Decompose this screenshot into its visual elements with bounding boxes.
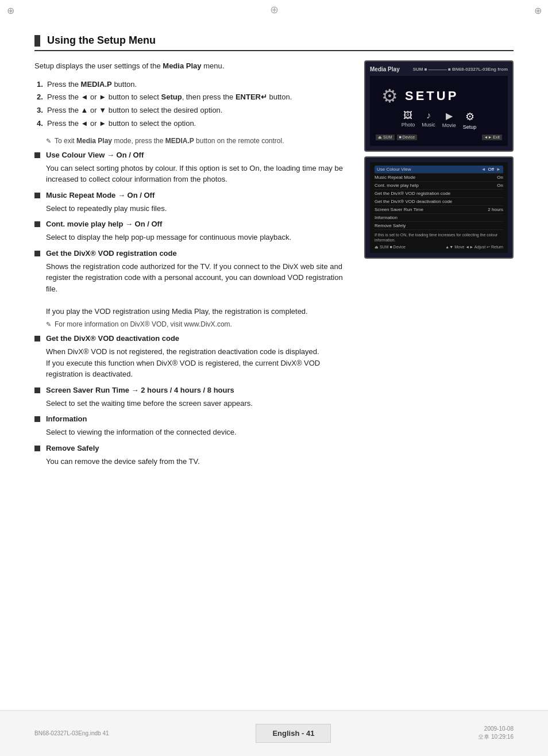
- tv-screen-1: Media Play SUM ■ ―――― ■ BN68-02327L-03En…: [364, 60, 514, 152]
- footer-date: 2009-10-08: [484, 726, 514, 732]
- settings-note: If this is set to ON, the loading time i…: [375, 232, 503, 243]
- screen1-sum-label: ⏏ SUM: [376, 135, 395, 140]
- page-content: Using the Setup Menu Setup displays the …: [0, 0, 548, 528]
- note-icon: ✎: [46, 137, 51, 145]
- information-label: Information: [375, 215, 398, 220]
- settings-nav-bar: ⏏ SUM ■ Device ▲▼ Move ◄► Adjust ↩ Retur…: [375, 245, 503, 250]
- setup-icon-setup: ⚙ Setup: [463, 110, 477, 130]
- two-col-layout: Setup displays the user settings of the …: [34, 60, 514, 470]
- colour-view-value: Off: [488, 167, 495, 172]
- screen-saver-label: Screen Saver Run Time: [375, 207, 423, 212]
- setup-icon-music: ♪ Music: [422, 110, 435, 130]
- bullet-screen-saver-title: Screen Saver Run Time → 2 hours / 4 hour…: [46, 386, 234, 394]
- remove-safely-label: Remove Safely: [375, 223, 406, 228]
- bullet-screen-saver-body: Select to set the waiting time before th…: [46, 398, 353, 409]
- bullet-divx-deact-body: When DivX® VOD is not registered, the re…: [46, 346, 353, 380]
- bullet-screen-saver: Screen Saver Run Time → 2 hours / 4 hour…: [34, 386, 353, 394]
- setup-icons-row: 🖼 Photo ♪ Music ▶ Movie ⚙: [376, 110, 502, 130]
- bullet-information-body: Select to viewing the information of the…: [46, 427, 353, 438]
- page-footer: BN68-02327L-03Eng.indb 41 English - 41 2…: [0, 710, 548, 756]
- cont-movie-value: On: [497, 183, 503, 188]
- settings-row-divx-deact: Get the DivX® VOD deactivation code: [375, 198, 503, 206]
- settings-nav-right: ▲▼ Move ◄► Adjust ↩ Return: [445, 245, 503, 250]
- note-text: To exit Media Play mode, press the MEDIA…: [55, 137, 284, 145]
- colour-view-val: ◄ Off ►: [481, 167, 501, 172]
- bullet-colour-view-body: You can select sorting photos by colour.…: [46, 163, 353, 185]
- screen1-title-left: Media Play: [370, 66, 400, 72]
- setup-icon-movie: ▶ Movie: [442, 110, 456, 130]
- settings-row-cont-movie: Cont. movie play help On: [375, 182, 503, 190]
- bullet-square-icon: [34, 221, 40, 227]
- settings-menu: Use Colour View ◄ Off ► Music Repeat Mod…: [370, 162, 508, 253]
- screen1-bottom-bar: ⏏ SUM ■ Device ◄► Exit: [376, 135, 502, 140]
- bullet-square-icon: [34, 336, 40, 341]
- divx-reg-label: Get the DivX® VOD registration code: [375, 191, 450, 196]
- footer-datetime: 2009-10-08 오후 10:29:16: [478, 726, 514, 741]
- arrow-left-icon: ◄: [481, 167, 486, 172]
- bullet-cont-movie: Cont. movie play help → On / Off: [34, 220, 353, 228]
- setup-gear-icon: ⚙: [381, 85, 398, 107]
- settings-row-screen-saver: Screen Saver Run Time 2 hours: [375, 206, 503, 214]
- steps-list: 1. Press the MEDIA.P button. 2. Press th…: [34, 79, 353, 130]
- note-media-play-exit: ✎ To exit Media Play mode, press the MED…: [46, 137, 353, 145]
- section-title: Using the Setup Menu: [34, 34, 514, 51]
- note-icon: ✎: [46, 321, 51, 328]
- section-title-bar: [34, 35, 40, 47]
- bullet-square-icon: [34, 387, 40, 393]
- screen-saver-value: 2 hours: [488, 207, 503, 212]
- note-divx-text: For more information on DivX® VOD, visit…: [55, 320, 232, 328]
- screen1-exit-label: ◄► Exit: [482, 135, 502, 140]
- bullet-square-icon: [34, 416, 40, 422]
- bullet-cont-movie-title: Cont. movie play help → On / Off: [46, 220, 162, 228]
- intro-text: Setup displays the user settings of the …: [34, 60, 353, 72]
- bullet-square-icon: [34, 251, 40, 256]
- music-repeat-label: Music Repeat Mode: [375, 175, 415, 180]
- bullet-square-icon: [34, 193, 40, 198]
- bullet-music-repeat-title: Music Repeat Mode → On / Off: [46, 191, 155, 199]
- screen1-device-label: ■ Device: [397, 135, 418, 140]
- note-divx-vod: ✎ For more information on DivX® VOD, vis…: [46, 320, 353, 328]
- bullet-remove-safely-body: You can remove the device safely from th…: [46, 456, 353, 467]
- bullet-divx-deact-title: Get the DivX® VOD deactivation code: [46, 334, 179, 343]
- cont-movie-label: Cont. movie play help: [375, 183, 419, 188]
- settings-row-remove-safely: Remove Safely: [375, 222, 503, 230]
- bullet-divx-deact: Get the DivX® VOD deactivation code: [34, 334, 353, 343]
- bullet-colour-view-title: Use Colour View → On / Off: [46, 151, 144, 159]
- music-repeat-value: On: [497, 175, 503, 180]
- section-title-text: Using the Setup Menu: [47, 34, 156, 47]
- settings-row-information: Information: [375, 214, 503, 222]
- step-3: 3. Press the ▲ or ▼ button to select the…: [34, 105, 353, 117]
- divx-deact-label: Get the DivX® VOD deactivation code: [375, 199, 452, 204]
- screenshot-col: Media Play SUM ■ ―――― ■ BN68-02327L-03En…: [364, 60, 514, 263]
- footer-time: 오후 10:29:16: [478, 733, 514, 741]
- bullet-square-icon: [34, 152, 40, 158]
- arrow-right-icon: ►: [496, 167, 501, 172]
- bullet-music-repeat: Music Repeat Mode → On / Off: [34, 191, 353, 199]
- setup-screen: ⚙ SETUP 🖼 Photo ♪ Music ▶: [370, 76, 508, 146]
- bullet-divx-reg-title: Get the DivX® VOD registration code: [46, 249, 177, 258]
- tv-screen-1-header: Media Play SUM ■ ―――― ■ BN68-02327L-03En…: [370, 66, 508, 72]
- bullet-colour-view: Use Colour View → On / Off: [34, 151, 353, 159]
- step-1: 1. Press the MEDIA.P button.: [34, 79, 353, 91]
- bullet-information-title: Information: [46, 415, 87, 423]
- bullet-remove-safely: Remove Safely: [34, 444, 353, 452]
- bullet-remove-safely-title: Remove Safely: [46, 444, 99, 452]
- step-4: 4. Press the ◄ or ► button to select the…: [34, 118, 353, 130]
- step-2: 2. Press the ◄ or ► button to select Set…: [34, 91, 353, 103]
- colour-view-label: Use Colour View: [377, 167, 411, 172]
- bullet-divx-reg-body: Shows the registration code authorized f…: [46, 261, 353, 317]
- bullet-square-icon: [34, 446, 40, 451]
- main-content: Setup displays the user settings of the …: [34, 60, 353, 470]
- setup-icon-photo: 🖼 Photo: [402, 110, 415, 130]
- screen1-title-right: SUM ■ ―――― ■ BN68-02327L-03Eng from: [413, 67, 508, 72]
- bullet-cont-movie-body: Select to display the help pop-up messag…: [46, 232, 353, 243]
- tv-screen-2: Use Colour View ◄ Off ► Music Repeat Mod…: [364, 156, 514, 259]
- setup-title-text: SETUP: [405, 89, 458, 103]
- bullet-information: Information: [34, 415, 353, 423]
- footer-file-info: BN68-02327L-03Eng.indb 41: [34, 730, 109, 736]
- settings-row-divx-reg: Get the DivX® VOD registration code: [375, 190, 503, 198]
- bullet-music-repeat-body: Select to repeatedly play music files.: [46, 203, 353, 214]
- bullet-divx-reg: Get the DivX® VOD registration code: [34, 249, 353, 258]
- settings-row-colour-view: Use Colour View ◄ Off ►: [375, 166, 503, 174]
- settings-nav-left: ⏏ SUM ■ Device: [375, 245, 406, 250]
